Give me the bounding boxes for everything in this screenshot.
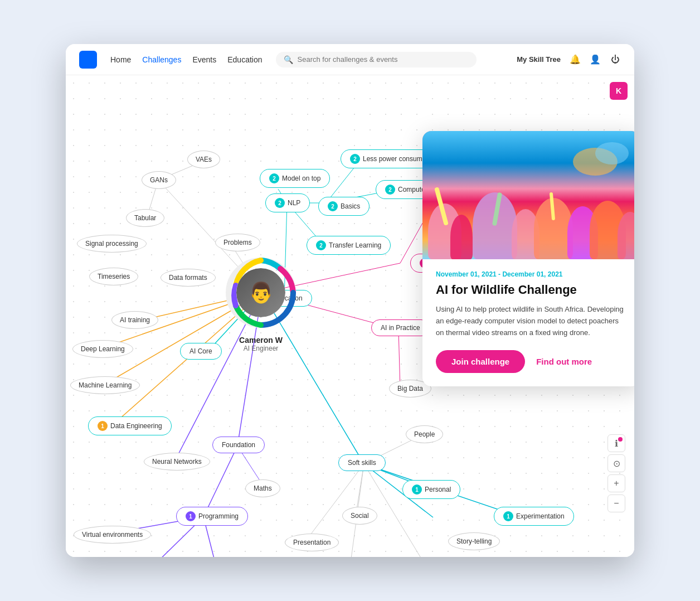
node-signal-processing[interactable]: Signal processing	[77, 235, 147, 253]
node-timeseries[interactable]: Timeseries	[89, 268, 138, 285]
navbar: Home Challenges Events Education 🔍 My Sk…	[66, 44, 634, 75]
svg-line-21	[304, 464, 364, 544]
node-transfer-learning[interactable]: 2Transfer Learning	[307, 236, 391, 255]
logout-icon[interactable]: ⏻	[610, 54, 621, 65]
challenge-description: Using AI to help protect wildlife in Sou…	[436, 304, 626, 338]
zoom-out-button[interactable]: −	[607, 495, 625, 512]
challenge-actions: Join challenge Find out more	[436, 350, 626, 373]
node-foundation[interactable]: Foundation	[212, 437, 265, 453]
node-nlp[interactable]: 2NLP	[265, 193, 310, 212]
nav-right: My Skill Tree 🔔 👤 ⏻	[517, 54, 621, 65]
node-data-formats[interactable]: Data formats	[161, 269, 216, 287]
node-soft-skills[interactable]: Soft skills	[338, 454, 386, 471]
challenge-dates: November 01, 2021 - December 01, 2021	[436, 270, 626, 278]
node-programming[interactable]: 1Programming	[176, 507, 248, 526]
node-deep-learning[interactable]: Deep Learning	[72, 340, 133, 358]
user-icon[interactable]: 👤	[590, 54, 601, 65]
skill-map: K	[66, 75, 634, 557]
node-maths[interactable]: Maths	[245, 479, 280, 497]
node-ai-in-practice[interactable]: AI in Practice	[371, 319, 430, 336]
node-basics[interactable]: 2Basics	[318, 197, 370, 216]
nav-education[interactable]: Education	[227, 55, 262, 64]
nav-home[interactable]: Home	[110, 55, 131, 64]
node-experimentation[interactable]: 1Experimentation	[494, 507, 574, 526]
challenge-image	[422, 131, 634, 259]
challenge-card: November 01, 2021 - December 01, 2021 AI…	[422, 131, 634, 386]
node-ai-training[interactable]: AI training	[111, 311, 158, 329]
join-challenge-button[interactable]: Join challenge	[436, 350, 525, 373]
profile-name: Cameron W	[239, 336, 283, 345]
nav-challenges[interactable]: Challenges	[142, 55, 181, 64]
notification-icon[interactable]: 🔔	[570, 54, 581, 65]
node-virtual-environments[interactable]: Virtual environments	[74, 526, 151, 544]
node-vaes[interactable]: VAEs	[187, 151, 220, 168]
zoom-controls: ℹ ⊙ + −	[607, 434, 625, 512]
node-gans[interactable]: GANs	[142, 171, 176, 189]
node-social[interactable]: Social	[342, 507, 377, 525]
profile-avatar: 👨	[236, 268, 285, 317]
profile-label: Cameron W AI Engineer	[239, 336, 283, 352]
node-personal[interactable]: 1Personal	[402, 480, 460, 499]
logo[interactable]	[79, 51, 97, 69]
node-problems[interactable]: Problems	[215, 234, 260, 251]
node-ai-core[interactable]: AI Core	[180, 343, 222, 360]
node-neural-networks[interactable]: Neural Networks	[144, 453, 210, 471]
center-profile: 👨 Cameron W AI Engineer	[225, 256, 297, 329]
skill-tree-label[interactable]: My Skill Tree	[517, 55, 561, 64]
nav-links: Home Challenges Events Education	[110, 55, 262, 64]
browser-window: Home Challenges Events Education 🔍 My Sk…	[66, 44, 634, 557]
node-presentation[interactable]: Presentation	[285, 534, 339, 551]
find-out-more-button[interactable]: Find out more	[536, 357, 592, 366]
node-people[interactable]: People	[406, 425, 443, 443]
search-icon: 🔍	[284, 55, 293, 64]
profile-role: AI Engineer	[239, 345, 283, 352]
zoom-in-button[interactable]: +	[607, 474, 625, 492]
search-bar[interactable]: 🔍	[276, 52, 477, 67]
nav-events[interactable]: Events	[192, 55, 216, 64]
zoom-reset-button[interactable]: ⊙	[607, 454, 625, 472]
node-data-engineering[interactable]: 1Data Engineering	[88, 416, 172, 435]
node-story-telling[interactable]: Story-telling	[448, 532, 500, 550]
search-input[interactable]	[298, 55, 469, 64]
node-model-on-top[interactable]: 2Model on top	[260, 169, 330, 188]
node-tabular[interactable]: Tabular	[126, 209, 164, 227]
corner-icon: K	[610, 82, 628, 100]
challenge-body: November 01, 2021 - December 01, 2021 AI…	[422, 259, 634, 386]
info-button[interactable]: ℹ	[607, 434, 625, 452]
challenge-title: AI for Wildlife Challenge	[436, 283, 626, 297]
node-machine-learning[interactable]: Machine Learning	[70, 376, 140, 394]
